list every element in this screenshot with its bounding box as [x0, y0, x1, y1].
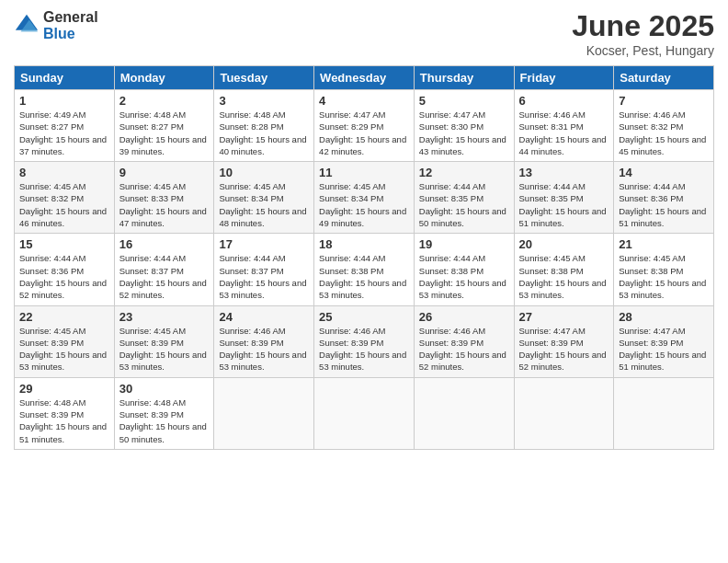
calendar-table: Sunday Monday Tuesday Wednesday Thursday… — [14, 65, 714, 450]
day-number: 3 — [219, 94, 309, 108]
calendar-cell: 23 Sunrise: 4:45 AM Sunset: 8:39 PM Dayl… — [114, 305, 214, 377]
calendar-cell: 6 Sunrise: 4:46 AM Sunset: 8:31 PM Dayli… — [514, 90, 614, 162]
calendar-cell: 16 Sunrise: 4:44 AM Sunset: 8:37 PM Dayl… — [114, 234, 214, 305]
page: General Blue June 2025 Kocser, Pest, Hun… — [0, 0, 728, 563]
calendar-cell: 12 Sunrise: 4:44 AM Sunset: 8:35 PM Dayl… — [414, 162, 514, 234]
calendar-cell: 21 Sunrise: 4:45 AM Sunset: 8:38 PM Dayl… — [614, 234, 714, 305]
day-number: 14 — [619, 166, 709, 179]
day-info: Sunrise: 4:47 AM Sunset: 8:30 PM Dayligh… — [419, 109, 509, 157]
day-number: 13 — [519, 166, 609, 179]
calendar-cell: 28 Sunrise: 4:47 AM Sunset: 8:39 PM Dayl… — [614, 305, 714, 377]
day-number: 23 — [119, 310, 210, 324]
title-block: June 2025 Kocser, Pest, Hungary — [572, 9, 714, 58]
calendar-subtitle: Kocser, Pest, Hungary — [572, 43, 714, 58]
header-row: Sunday Monday Tuesday Wednesday Thursday… — [15, 66, 714, 90]
day-number: 10 — [219, 166, 309, 179]
day-number: 5 — [419, 94, 509, 108]
day-info: Sunrise: 4:45 AM Sunset: 8:33 PM Dayligh… — [119, 180, 210, 229]
calendar-cell: 9 Sunrise: 4:45 AM Sunset: 8:33 PM Dayli… — [114, 162, 214, 234]
col-thursday: Thursday — [414, 66, 514, 90]
day-info: Sunrise: 4:46 AM Sunset: 8:39 PM Dayligh… — [219, 325, 309, 373]
calendar-cell: 7 Sunrise: 4:46 AM Sunset: 8:32 PM Dayli… — [614, 90, 714, 162]
day-info: Sunrise: 4:45 AM Sunset: 8:38 PM Dayligh… — [519, 252, 609, 301]
calendar-cell — [314, 377, 415, 449]
logo-icon — [14, 13, 40, 39]
day-number: 29 — [19, 382, 109, 396]
day-number: 8 — [19, 166, 109, 179]
day-info: Sunrise: 4:44 AM Sunset: 8:36 PM Dayligh… — [619, 180, 709, 229]
day-info: Sunrise: 4:45 AM Sunset: 8:39 PM Dayligh… — [119, 325, 210, 373]
calendar-cell: 20 Sunrise: 4:45 AM Sunset: 8:38 PM Dayl… — [514, 234, 614, 305]
calendar-header: Sunday Monday Tuesday Wednesday Thursday… — [15, 66, 714, 90]
day-info: Sunrise: 4:46 AM Sunset: 8:39 PM Dayligh… — [319, 325, 409, 373]
day-info: Sunrise: 4:44 AM Sunset: 8:36 PM Dayligh… — [19, 252, 109, 301]
day-info: Sunrise: 4:45 AM Sunset: 8:34 PM Dayligh… — [319, 180, 409, 229]
day-info: Sunrise: 4:45 AM Sunset: 8:39 PM Dayligh… — [19, 325, 109, 373]
day-number: 25 — [319, 310, 409, 324]
col-wednesday: Wednesday — [314, 66, 415, 90]
day-number: 21 — [619, 237, 709, 251]
day-number: 6 — [519, 94, 609, 108]
calendar-cell: 22 Sunrise: 4:45 AM Sunset: 8:39 PM Dayl… — [15, 305, 115, 377]
day-number: 4 — [319, 94, 409, 108]
calendar-week-4: 29 Sunrise: 4:48 AM Sunset: 8:39 PM Dayl… — [15, 377, 714, 449]
col-saturday: Saturday — [614, 66, 714, 90]
col-tuesday: Tuesday — [214, 66, 314, 90]
calendar-cell: 1 Sunrise: 4:49 AM Sunset: 8:27 PM Dayli… — [15, 90, 115, 162]
calendar-cell — [514, 377, 614, 449]
day-number: 11 — [319, 166, 409, 179]
day-info: Sunrise: 4:46 AM Sunset: 8:32 PM Dayligh… — [619, 109, 709, 157]
day-number: 9 — [119, 166, 210, 179]
calendar-cell: 25 Sunrise: 4:46 AM Sunset: 8:39 PM Dayl… — [314, 305, 415, 377]
day-number: 12 — [419, 166, 509, 179]
calendar-cell: 17 Sunrise: 4:44 AM Sunset: 8:37 PM Dayl… — [214, 234, 314, 305]
header: General Blue June 2025 Kocser, Pest, Hun… — [14, 9, 714, 58]
logo-blue-text: Blue — [43, 26, 98, 42]
day-info: Sunrise: 4:46 AM Sunset: 8:39 PM Dayligh… — [419, 325, 509, 373]
col-monday: Monday — [114, 66, 214, 90]
col-friday: Friday — [514, 66, 614, 90]
calendar-cell: 30 Sunrise: 4:48 AM Sunset: 8:39 PM Dayl… — [114, 377, 214, 449]
calendar-cell — [214, 377, 314, 449]
calendar-cell: 19 Sunrise: 4:44 AM Sunset: 8:38 PM Dayl… — [414, 234, 514, 305]
day-number: 20 — [519, 237, 609, 251]
day-number: 19 — [419, 237, 509, 251]
calendar-cell: 14 Sunrise: 4:44 AM Sunset: 8:36 PM Dayl… — [614, 162, 714, 234]
calendar-cell: 15 Sunrise: 4:44 AM Sunset: 8:36 PM Dayl… — [15, 234, 115, 305]
calendar-cell: 29 Sunrise: 4:48 AM Sunset: 8:39 PM Dayl… — [15, 377, 115, 449]
calendar-cell: 27 Sunrise: 4:47 AM Sunset: 8:39 PM Dayl… — [514, 305, 614, 377]
day-info: Sunrise: 4:44 AM Sunset: 8:38 PM Dayligh… — [419, 252, 509, 301]
calendar-cell: 26 Sunrise: 4:46 AM Sunset: 8:39 PM Dayl… — [414, 305, 514, 377]
calendar-body: 1 Sunrise: 4:49 AM Sunset: 8:27 PM Dayli… — [15, 90, 714, 450]
logo-text: General Blue — [43, 9, 98, 41]
day-number: 7 — [619, 94, 709, 108]
day-number: 27 — [519, 310, 609, 324]
calendar-cell: 18 Sunrise: 4:44 AM Sunset: 8:38 PM Dayl… — [314, 234, 415, 305]
calendar-cell: 2 Sunrise: 4:48 AM Sunset: 8:27 PM Dayli… — [114, 90, 214, 162]
day-info: Sunrise: 4:44 AM Sunset: 8:35 PM Dayligh… — [519, 180, 609, 229]
day-number: 24 — [219, 310, 309, 324]
calendar-cell — [414, 377, 514, 449]
day-number: 30 — [119, 382, 210, 396]
calendar-cell: 4 Sunrise: 4:47 AM Sunset: 8:29 PM Dayli… — [314, 90, 415, 162]
calendar-week-0: 1 Sunrise: 4:49 AM Sunset: 8:27 PM Dayli… — [15, 90, 714, 162]
day-info: Sunrise: 4:45 AM Sunset: 8:32 PM Dayligh… — [19, 180, 109, 229]
calendar-cell: 24 Sunrise: 4:46 AM Sunset: 8:39 PM Dayl… — [214, 305, 314, 377]
calendar-cell — [614, 377, 714, 449]
day-info: Sunrise: 4:44 AM Sunset: 8:37 PM Dayligh… — [119, 252, 210, 301]
calendar-week-1: 8 Sunrise: 4:45 AM Sunset: 8:32 PM Dayli… — [15, 162, 714, 234]
day-info: Sunrise: 4:44 AM Sunset: 8:38 PM Dayligh… — [319, 252, 409, 301]
day-number: 28 — [619, 310, 709, 324]
day-number: 22 — [19, 310, 109, 324]
day-info: Sunrise: 4:46 AM Sunset: 8:31 PM Dayligh… — [519, 109, 609, 157]
calendar-week-2: 15 Sunrise: 4:44 AM Sunset: 8:36 PM Dayl… — [15, 234, 714, 305]
calendar-cell: 13 Sunrise: 4:44 AM Sunset: 8:35 PM Dayl… — [514, 162, 614, 234]
day-info: Sunrise: 4:44 AM Sunset: 8:37 PM Dayligh… — [219, 252, 309, 301]
day-info: Sunrise: 4:49 AM Sunset: 8:27 PM Dayligh… — [19, 109, 109, 157]
day-number: 1 — [19, 94, 109, 108]
day-number: 16 — [119, 237, 210, 251]
calendar-cell: 10 Sunrise: 4:45 AM Sunset: 8:34 PM Dayl… — [214, 162, 314, 234]
day-info: Sunrise: 4:48 AM Sunset: 8:39 PM Dayligh… — [19, 396, 109, 445]
day-info: Sunrise: 4:47 AM Sunset: 8:39 PM Dayligh… — [519, 325, 609, 373]
day-info: Sunrise: 4:47 AM Sunset: 8:39 PM Dayligh… — [619, 325, 709, 373]
